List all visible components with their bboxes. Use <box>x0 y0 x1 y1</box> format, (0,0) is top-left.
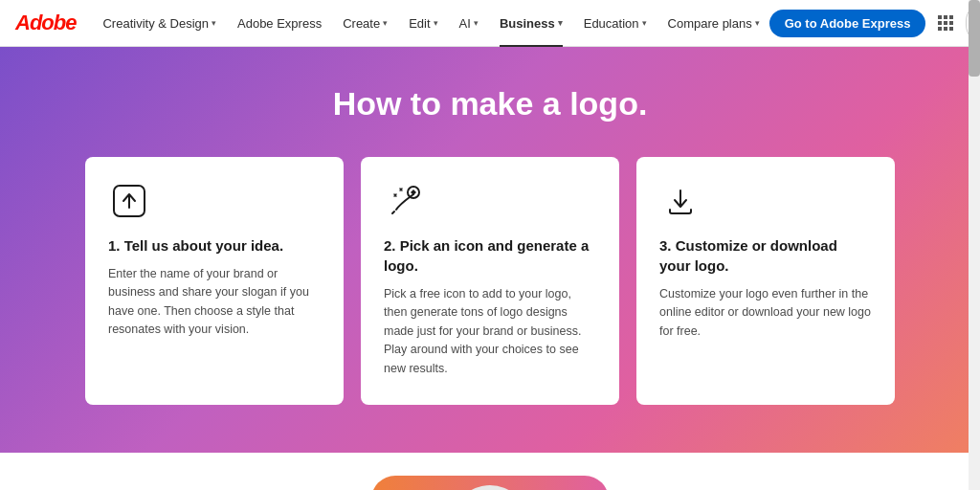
magic-icon <box>384 180 426 222</box>
svg-rect-7 <box>944 27 947 31</box>
nav-item-express[interactable]: Adobe Express <box>228 0 331 47</box>
card-3-title: 3. Customize or download your logo. <box>659 235 872 276</box>
svg-rect-1 <box>944 15 947 19</box>
nav-item-creativity[interactable]: Creativity & Design ▾ <box>93 0 226 47</box>
svg-rect-4 <box>944 21 947 25</box>
card-3: 3. Customize or download your logo. Cust… <box>636 157 895 405</box>
nav-items: Creativity & Design ▾ Adobe Express Crea… <box>93 0 768 47</box>
nav-label-education: Education <box>584 16 639 31</box>
adobe-logo[interactable]: Adobe <box>15 11 76 35</box>
download-icon <box>659 180 702 222</box>
chevron-down-icon: ▾ <box>558 18 563 28</box>
card-2-title: 2. Pick an icon and generate a logo. <box>384 235 596 276</box>
bottom-section: Create now QuickTime Player <box>0 453 980 490</box>
nav-label-edit: Edit <box>409 16 430 31</box>
nav-item-compare[interactable]: Compare plans ▾ <box>658 0 769 47</box>
chevron-down-icon: ▾ <box>212 18 216 28</box>
card-1-desc: Enter the name of your brand or business… <box>108 265 321 340</box>
nav-item-business[interactable]: Business ▾ <box>490 0 572 47</box>
chevron-down-icon: ▾ <box>474 18 479 28</box>
nav-item-ai[interactable]: AI ▾ <box>450 0 488 47</box>
nav-label-ai: AI <box>459 16 471 31</box>
nav-label-business: Business <box>500 16 555 31</box>
chevron-down-icon: ▾ <box>383 18 388 28</box>
nav-item-education[interactable]: Education ▾ <box>574 0 657 47</box>
nav-right: Go to Adobe Express Sign in <box>769 2 980 44</box>
svg-rect-8 <box>949 27 953 31</box>
svg-rect-3 <box>938 21 942 25</box>
nav-label-compare: Compare plans <box>668 16 752 31</box>
scrollbar[interactable] <box>969 0 980 490</box>
card-3-desc: Customize your logo even further in the … <box>659 285 872 341</box>
cards-row: 1. Tell us about your idea. Enter the na… <box>78 157 902 405</box>
nav-label-express: Adobe Express <box>237 16 322 31</box>
nav-item-create[interactable]: Create ▾ <box>333 0 397 47</box>
nav-label-create: Create <box>343 16 380 31</box>
chevron-down-icon: ▾ <box>642 18 647 28</box>
nav-item-edit[interactable]: Edit ▾ <box>399 0 447 47</box>
hero-title: How to make a logo. <box>333 85 648 122</box>
svg-rect-0 <box>938 15 942 19</box>
chevron-down-icon: ▾ <box>755 18 760 28</box>
nav-label-creativity: Creativity & Design <box>102 16 209 31</box>
apps-grid-icon[interactable] <box>935 10 956 36</box>
card-1-title: 1. Tell us about your idea. <box>108 235 321 256</box>
hero-section: How to make a logo. 1. Tell us about you… <box>0 47 980 453</box>
svg-rect-6 <box>938 27 942 31</box>
svg-rect-5 <box>949 21 953 25</box>
navbar: Adobe Creativity & Design ▾ Adobe Expres… <box>0 0 980 47</box>
card-1: 1. Tell us about your idea. Enter the na… <box>85 157 344 405</box>
card-2: 2. Pick an icon and generate a logo. Pic… <box>361 157 619 405</box>
scrollbar-thumb[interactable] <box>969 0 980 77</box>
card-2-desc: Pick a free icon to add to your logo, th… <box>384 285 596 378</box>
svg-rect-2 <box>949 15 953 19</box>
upload-icon <box>108 180 150 222</box>
chevron-down-icon: ▾ <box>434 18 438 28</box>
go-to-express-button[interactable]: Go to Adobe Express <box>769 10 926 37</box>
